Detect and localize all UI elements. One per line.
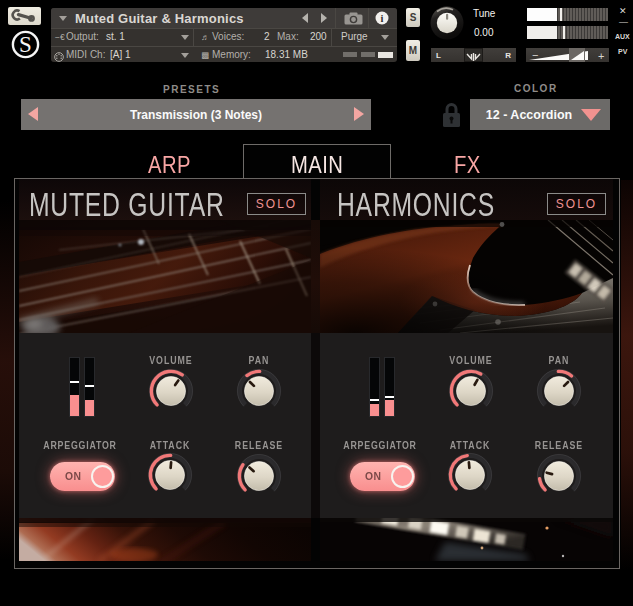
svg-text:+: +	[598, 50, 604, 62]
svg-text:i: i	[381, 13, 384, 24]
svg-text:S: S	[19, 32, 32, 57]
svg-text:−: −	[532, 49, 538, 61]
